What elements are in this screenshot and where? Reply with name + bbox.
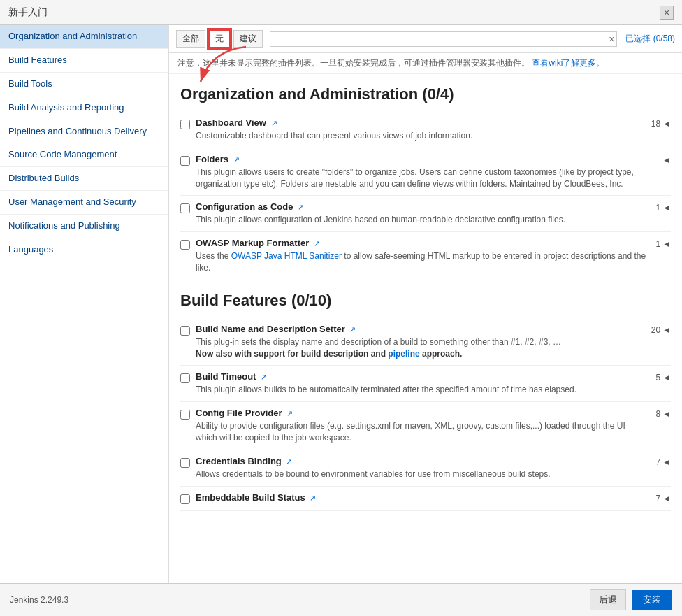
section-org-admin: Organization and Administration (0/4) Da…	[180, 85, 671, 280]
plugin-checkbox-owasp-markup[interactable]	[180, 240, 190, 250]
plugin-checkbox-folders[interactable]	[180, 156, 190, 166]
sidebar-item-build-tools[interactable]: Build Tools	[0, 73, 168, 96]
sidebar-item-notifications[interactable]: Notifications and Publishing	[0, 215, 168, 238]
plugin-desc-build-timeout: This plugin allows builds to be automati…	[196, 384, 647, 396]
plugin-desc-config-file-provider: Ability to provide configuration files (…	[196, 420, 647, 444]
sidebar-item-build-features[interactable]: Build Features	[0, 49, 168, 73]
plugin-item-owasp-markup: OWASP Markup Formatter ↗ Uses the OWASP …	[180, 232, 671, 280]
plugin-link-icon-folders[interactable]: ↗	[233, 155, 240, 164]
plugin-item-build-timeout: Build Timeout ↗ This plugin allows build…	[180, 366, 671, 402]
notice-text: 注意，这里并未显示完整的插件列表。一旦初始安装完成后，可通过插件管理器安装其他插…	[177, 58, 530, 68]
notice-bar: 注意，这里并未显示完整的插件列表。一旦初始安装完成后，可通过插件管理器安装其他插…	[169, 53, 682, 74]
plugin-title-credentials-binding: Credentials Binding	[196, 456, 282, 466]
plugin-checkbox-config-file-provider[interactable]	[180, 410, 190, 420]
plugin-link-icon-embeddable-build-status[interactable]: ↗	[310, 494, 316, 502]
search-container: ×	[270, 31, 617, 47]
section-build-features: Build Features (0/10) Build Name and Des…	[180, 292, 671, 511]
plugin-desc-credentials-binding: Allows credentials to be bound to enviro…	[196, 468, 647, 480]
plugin-badge-dashboard-view: 18◄	[651, 117, 671, 129]
plugin-checkbox-embeddable-build-status[interactable]	[180, 494, 190, 504]
filter-bar: 全部 无 建议 × 已选择 (0/58)	[169, 25, 682, 53]
main-container: Organization and AdministrationBuild Fea…	[0, 25, 682, 583]
version-text: Jenkins 2.249.3	[10, 595, 584, 605]
plugin-link-icon-build-name-setter[interactable]: ↗	[349, 325, 356, 334]
filter-all-button[interactable]: 全部	[176, 30, 205, 48]
plugin-badge-folders: ◄	[662, 154, 671, 165]
content-scroll: Organization and Administration (0/4) Da…	[169, 74, 682, 583]
plugin-desc-build-name-setter: This plug-in sets the display name and d…	[196, 336, 643, 360]
sidebar-item-source-code[interactable]: Source Code Management	[0, 143, 168, 167]
selected-info: 已选择 (0/58)	[625, 33, 675, 45]
plugin-checkbox-build-name-setter[interactable]	[180, 326, 190, 336]
plugin-title-dashboard-view: Dashboard View	[196, 117, 266, 128]
install-button[interactable]: 安装	[632, 590, 672, 610]
plugin-item-build-name-setter: Build Name and Description Setter ↗ This…	[180, 318, 671, 366]
sidebar-item-user-mgmt[interactable]: User Management and Security	[0, 191, 168, 215]
plugin-item-dashboard-view: Dashboard View ↗ Customizable dashboard …	[180, 112, 671, 148]
section-build-features-heading: Build Features (0/10)	[180, 292, 671, 310]
plugin-item-folders: Folders ↗ This plugin allows users to cr…	[180, 148, 671, 196]
plugin-desc-owasp-markup: Uses the OWASP Java HTML Sanitizer to al…	[196, 250, 647, 274]
section-org-admin-heading: Organization and Administration (0/4)	[180, 85, 671, 103]
plugin-title-owasp-markup: OWASP Markup Formatter	[196, 238, 309, 248]
search-clear-icon[interactable]: ×	[609, 34, 614, 45]
plugin-badge-config-file-provider: 8◄	[655, 408, 671, 419]
plugin-link-icon-build-timeout[interactable]: ↗	[261, 373, 267, 381]
plugin-link-icon-owasp-markup[interactable]: ↗	[314, 239, 320, 248]
plugin-title-build-name-setter: Build Name and Description Setter	[196, 324, 345, 334]
sidebar-item-distributed[interactable]: Distributed Builds	[0, 167, 168, 191]
sidebar-item-build-analysis[interactable]: Build Analysis and Reporting	[0, 96, 168, 120]
title-bar: 新手入门 ×	[0, 0, 682, 25]
plugin-item-config-as-code: Configuration as Code ↗ This plugin allo…	[180, 196, 671, 232]
plugin-desc-dashboard-view: Customizable dashboard that can present …	[196, 130, 643, 142]
plugin-badge-owasp-markup: 1◄	[655, 238, 671, 249]
plugin-item-config-file-provider: Config File Provider ↗ Ability to provid…	[180, 402, 671, 450]
plugin-badge-build-timeout: 5◄	[655, 371, 671, 382]
notice-wiki-link[interactable]: 查看wiki了解更多。	[532, 58, 604, 68]
plugin-link-icon-config-file-provider[interactable]: ↗	[286, 409, 293, 417]
sidebar: Organization and AdministrationBuild Fea…	[0, 25, 169, 583]
plugin-link-icon-credentials-binding[interactable]: ↗	[286, 457, 292, 466]
search-input[interactable]	[270, 31, 617, 47]
plugin-checkbox-config-as-code[interactable]	[180, 203, 190, 213]
sidebar-item-pipelines[interactable]: Pipelines and Continuous Delivery	[0, 120, 168, 144]
plugin-title-build-timeout: Build Timeout	[196, 371, 256, 382]
plugin-checkbox-credentials-binding[interactable]	[180, 458, 190, 468]
bottom-bar: Jenkins 2.249.3 后退 安装	[0, 583, 682, 616]
close-button[interactable]: ×	[660, 6, 674, 20]
filter-suggest-button[interactable]: 建议	[233, 30, 263, 48]
owasp-sanitizer-link[interactable]: OWASP Java HTML Sanitizer	[231, 251, 342, 261]
plugin-desc-folders: This plugin allows users to create "fold…	[196, 166, 654, 190]
filter-none-button[interactable]: 无	[208, 29, 231, 48]
back-button[interactable]: 后退	[590, 589, 626, 610]
plugin-title-folders: Folders	[196, 154, 228, 164]
plugin-link-icon-dashboard-view[interactable]: ↗	[271, 119, 277, 127]
plugin-title-config-file-provider: Config File Provider	[196, 408, 282, 418]
plugin-title-embeddable-build-status: Embeddable Build Status	[196, 492, 305, 503]
plugin-title-config-as-code: Configuration as Code	[196, 201, 293, 212]
plugin-badge-credentials-binding: 7◄	[655, 456, 671, 467]
plugin-badge-build-name-setter: 20◄	[651, 324, 671, 335]
pipeline-link[interactable]: pipeline	[388, 349, 419, 359]
sidebar-item-org-admin[interactable]: Organization and Administration	[0, 25, 168, 49]
plugin-badge-config-as-code: 1◄	[655, 201, 671, 213]
plugin-item-credentials-binding: Credentials Binding ↗ Allows credentials…	[180, 450, 671, 487]
plugin-checkbox-build-timeout[interactable]	[180, 373, 190, 383]
plugin-item-embeddable-build-status: Embeddable Build Status ↗ 7◄	[180, 487, 671, 511]
plugin-link-icon-config-as-code[interactable]: ↗	[298, 203, 304, 211]
plugin-desc-config-as-code: This plugin allows configuration of Jenk…	[196, 214, 647, 226]
sidebar-item-languages[interactable]: Languages	[0, 238, 168, 262]
content-area: 全部 无 建议 × 已选择 (0/58) 注意，这里并未显示完整的插件列表。一旦…	[169, 25, 682, 583]
plugin-badge-embeddable-build-status: 7◄	[655, 492, 671, 503]
window-title: 新手入门	[8, 6, 48, 19]
plugin-checkbox-dashboard-view[interactable]	[180, 120, 190, 129]
